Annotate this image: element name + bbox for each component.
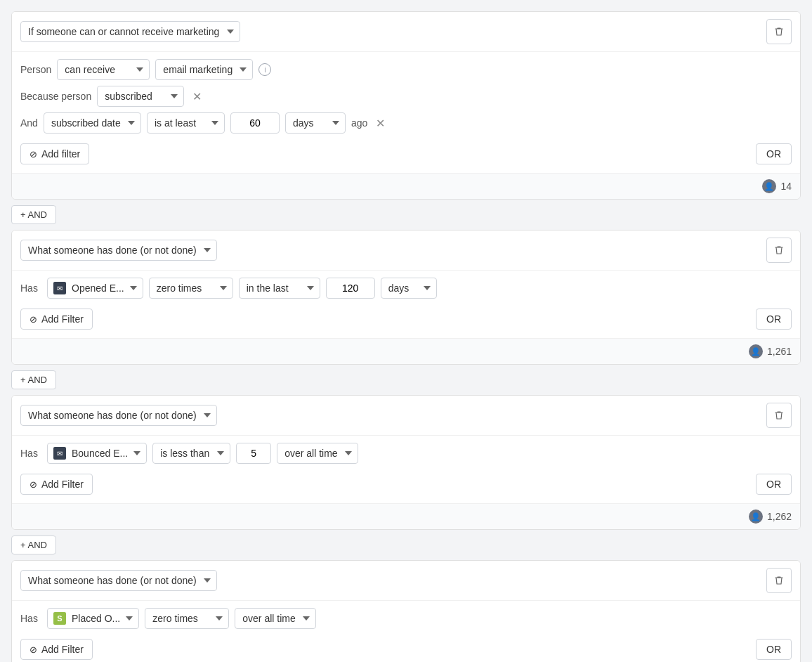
condition-header-left-1: If someone can or cannot receive marketi… [20, 21, 240, 42]
condition-header-4: What someone has done (or not done) [12, 561, 800, 601]
event-name-2: Bounced E... [72, 448, 128, 459]
because-value-select[interactable]: subscribed unsubscribed [97, 86, 184, 107]
event-time-select-3[interactable]: over all time in the last [235, 608, 316, 629]
count-badge-3: 👤 1,262 [749, 510, 792, 524]
email-event-icon-1: ✉ [53, 282, 66, 294]
and-unit-select[interactable]: days weeks months [285, 112, 346, 134]
filter-icon-4: ⊘ [30, 644, 37, 655]
add-filter-4-label: Add Filter [41, 644, 84, 655]
or-1-label: OR [766, 148, 781, 160]
count-badge-2: 👤 1,261 [749, 344, 792, 358]
person-count-icon-1: 👤 [762, 179, 776, 193]
condition-block-marketing: If someone can or cannot receive marketi… [11, 11, 801, 200]
delete-block-3-button[interactable] [766, 403, 792, 428]
or-2-label: OR [766, 313, 781, 325]
and-connector-2-button[interactable]: + AND [11, 370, 56, 389]
has-label-2: Has [20, 448, 41, 459]
add-filter-1-label: Add filter [41, 148, 80, 160]
condition-footer-2: 👤 1,261 [12, 338, 800, 364]
trash-icon-3 [774, 410, 784, 420]
condition-footer-1: 👤 14 [12, 173, 800, 199]
has-label-3: Has [20, 613, 41, 624]
and-field-select[interactable]: subscribed date [44, 112, 141, 134]
condition-header-2: What someone has done (or not done) [12, 231, 800, 271]
or-3-label: OR [766, 479, 781, 490]
and-connector-3-label: + AND [20, 540, 47, 550]
condition-header-left-4: What someone has done (or not done) [20, 570, 217, 591]
filter-icon-1: ⊘ [30, 149, 37, 160]
condition-header-1: If someone can or cannot receive marketi… [12, 12, 800, 52]
event-name-3: Placed O... [72, 613, 120, 624]
delete-block-4-button[interactable] [766, 568, 792, 593]
actions-row-1: ⊘ Add filter OR [20, 139, 792, 166]
and-connector-2-label: + AND [20, 375, 47, 385]
done-type-select-3[interactable]: What someone has done (or not done) [20, 570, 217, 591]
add-filter-2-label: Add Filter [41, 313, 84, 325]
add-filter-2-button[interactable]: ⊘ Add Filter [20, 309, 93, 330]
chevron-down-icon-3 [126, 616, 133, 621]
count-badge-1: 👤 14 [762, 179, 792, 193]
done-type-select-2[interactable]: What someone has done (or not done) [20, 405, 217, 426]
count-1: 14 [780, 181, 792, 192]
event-select-wrapper-1[interactable]: ✉ Opened E... [47, 278, 143, 299]
and-close-button[interactable]: ✕ [373, 115, 388, 131]
condition-header-left-3: What someone has done (or not done) [20, 405, 217, 426]
condition-header-left-2: What someone has done (or not done) [20, 240, 217, 261]
trash-icon [774, 27, 784, 37]
and-operator-select[interactable]: is at least is less than [147, 112, 225, 134]
person-channel-select[interactable]: email marketing SMS marketing [155, 59, 253, 80]
and-connector-2: + AND [11, 370, 801, 389]
and-value-input[interactable] [230, 112, 280, 134]
add-filter-4-button[interactable]: ⊘ Add Filter [20, 639, 93, 660]
event-select-wrapper-3[interactable]: S Placed O... [47, 608, 139, 629]
add-filter-3-button[interactable]: ⊘ Add Filter [20, 474, 93, 495]
person-can-select[interactable]: can receive cannot receive [57, 59, 150, 80]
delete-block-2-button[interactable] [766, 238, 792, 263]
delete-block-1-button[interactable] [766, 19, 792, 44]
or-3-button[interactable]: OR [756, 474, 792, 495]
actions-row-2: ⊘ Add Filter OR [20, 304, 792, 331]
event-operator-select-2[interactable]: is less than is at least zero times [152, 443, 230, 464]
condition-body-1: Person can receive cannot receive email … [12, 52, 800, 173]
chevron-down-icon-2 [133, 451, 140, 455]
condition-body-4: Has S Placed O... zero times at least on… [12, 601, 800, 662]
event-value-input-2[interactable] [236, 443, 271, 464]
event-unit-select-1[interactable]: days weeks [381, 278, 437, 299]
condition-block-done-2: What someone has done (or not done) Has … [11, 395, 801, 530]
because-close-button[interactable]: ✕ [190, 89, 204, 105]
or-2-button[interactable]: OR [756, 309, 792, 330]
event-operator-select-1[interactable]: zero times at least once [149, 278, 233, 299]
count-3: 1,262 [767, 511, 792, 522]
marketing-type-select[interactable]: If someone can or cannot receive marketi… [20, 21, 240, 42]
count-2: 1,261 [767, 346, 792, 357]
event-operator-select-3[interactable]: zero times at least once [145, 608, 229, 629]
because-row: Because person subscribed unsubscribed ✕ [20, 86, 792, 107]
add-filter-1-button[interactable]: ⊘ Add filter [20, 143, 89, 164]
and-connector-1-label: + AND [20, 209, 47, 220]
and-connector-3: + AND [11, 536, 801, 554]
event-time-select-2[interactable]: over all time in the last [277, 443, 358, 464]
condition-header-3: What someone has done (or not done) [12, 396, 800, 436]
person-row: Person can receive cannot receive email … [20, 59, 792, 80]
has-row-3: Has S Placed O... zero times at least on… [20, 608, 792, 629]
chevron-down-icon-1 [130, 286, 137, 290]
filter-icon-3: ⊘ [30, 479, 37, 490]
and-suffix: ago [351, 117, 367, 129]
event-time-select-1[interactable]: in the last over all time [239, 278, 320, 299]
info-icon[interactable]: i [258, 63, 271, 76]
and-connector-3-button[interactable]: + AND [11, 536, 56, 554]
has-row-2: Has ✉ Bounced E... is less than is at le… [20, 443, 792, 464]
and-connector-1-button[interactable]: + AND [11, 205, 56, 224]
event-select-wrapper-2[interactable]: ✉ Bounced E... [47, 443, 147, 464]
or-1-button[interactable]: OR [756, 143, 792, 164]
filter-icon-2: ⊘ [30, 314, 37, 325]
event-value-input-1[interactable] [326, 278, 375, 299]
add-filter-3-label: Add Filter [41, 479, 84, 490]
or-4-button[interactable]: OR [756, 639, 792, 660]
shopify-icon-1: S [53, 612, 66, 625]
done-type-select-1[interactable]: What someone has done (or not done) [20, 240, 217, 261]
has-label-1: Has [20, 283, 41, 294]
and-connector-1: + AND [11, 205, 801, 224]
and-label: And [20, 117, 38, 129]
has-row-1: Has ✉ Opened E... zero times at least on… [20, 278, 792, 299]
